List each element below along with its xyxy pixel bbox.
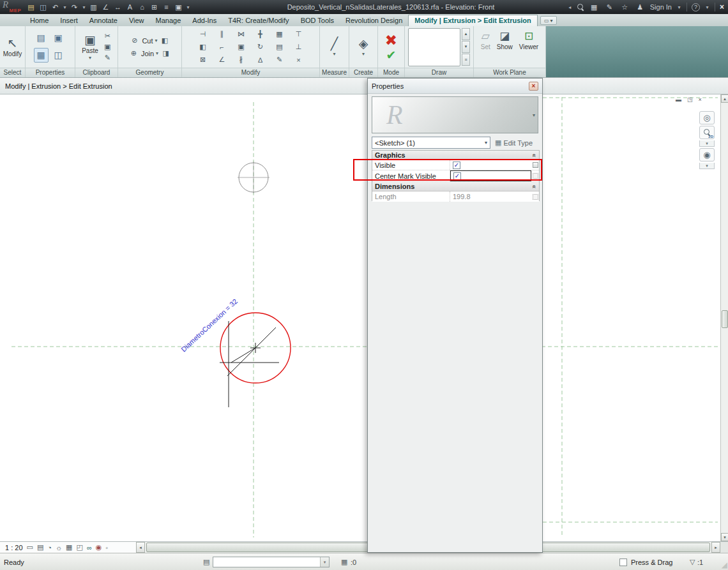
favorites-star-icon[interactable]: ☆ — [619, 2, 630, 13]
measure-icon[interactable]: ∠ — [100, 2, 111, 13]
sign-in-link[interactable]: Sign In — [650, 3, 672, 11]
tab-annotate[interactable]: Annotate — [84, 15, 123, 26]
view-close-icon[interactable]: × — [699, 96, 702, 103]
tab-revolution-design[interactable]: Revolution Design — [340, 15, 408, 26]
redo-icon[interactable]: ↷ — [69, 2, 80, 13]
pin-icon[interactable]: ⊤ — [293, 29, 304, 39]
search-icon[interactable] — [577, 4, 584, 11]
fillet-icon[interactable]: ∠ — [216, 55, 227, 64]
array-icon[interactable]: ▦ — [274, 29, 285, 39]
rotate-icon[interactable]: ↻ — [255, 42, 266, 52]
work-plane-viewer-button[interactable]: ⊡ Viewer — [517, 29, 540, 52]
measure-button[interactable]: ╱ ▾ — [329, 36, 340, 58]
create-dropdown-icon[interactable]: ▾ — [362, 51, 365, 57]
split-face-icon[interactable]: ◨ — [160, 49, 171, 58]
application-menu-button[interactable]: R MEP — [1, 1, 24, 13]
sketch-line-diagonal[interactable] — [227, 327, 276, 376]
scale-icon[interactable]: ∆ — [255, 55, 266, 64]
pan-tool-icon[interactable]: ◉ — [699, 148, 715, 161]
edit-type-button[interactable]: ▦ Edit Type — [494, 137, 540, 149]
redo-dropdown-icon[interactable]: ▾ — [81, 2, 87, 13]
selection-filter-icon[interactable]: ▽ — [690, 553, 695, 570]
tab-view[interactable]: View — [123, 15, 150, 26]
temporary-hide-isolate-icon[interactable]: ∞ — [87, 544, 92, 551]
worksets-icon[interactable]: ▤ — [203, 553, 209, 570]
family-category-icon[interactable]: ◫ — [51, 48, 66, 63]
cut-icon[interactable]: ✂ — [102, 31, 113, 41]
section-icon[interactable]: ⊞ — [149, 2, 160, 13]
associate-parameter-button[interactable] — [533, 173, 538, 179]
properties-palette-title-bar[interactable]: Properties × — [368, 79, 542, 94]
undo-icon[interactable]: ↶ — [50, 2, 61, 13]
gallery-up-icon[interactable]: ▴ — [462, 28, 470, 40]
tab-home[interactable]: Home — [24, 15, 54, 26]
view-scale-label[interactable]: 1 : 20 — [5, 544, 23, 551]
match-icon[interactable]: ✎ — [274, 55, 285, 64]
zoom-tool-icon[interactable]: 2D — [699, 126, 715, 139]
collapse-chevron-icon[interactable]: « — [531, 153, 538, 157]
paint-icon[interactable]: ◧ — [160, 36, 171, 45]
unpin-icon[interactable]: ⊥ — [293, 42, 304, 52]
scroll-up-icon[interactable]: ▴ — [721, 94, 728, 103]
gallery-expand-icon[interactable]: ≡ — [462, 54, 470, 66]
visible-checkbox[interactable]: ✓ — [453, 161, 460, 169]
join-geometry-button[interactable]: ⊕ Join ▾ ◨ — [128, 49, 171, 58]
resize-grip-icon[interactable]: ◢ — [722, 560, 727, 569]
property-row-visible[interactable]: Visible ✓ — [372, 160, 539, 170]
offset-icon[interactable]: ∥ — [216, 29, 227, 39]
show-work-plane-button[interactable]: ◪ Show — [495, 29, 515, 52]
trim-icon[interactable]: ⌐ — [216, 42, 227, 52]
center-mark-visible-checkbox[interactable]: ✓ — [453, 172, 461, 180]
undo-dropdown-icon[interactable]: ▾ — [62, 2, 68, 13]
close-window-icon[interactable]: × — [720, 3, 724, 11]
thin-lines-icon[interactable]: ≡ — [161, 2, 172, 13]
detail-level-icon[interactable]: ▤ — [37, 543, 43, 551]
open-icon[interactable]: ▤ — [26, 2, 36, 13]
communication-icon[interactable]: ✎ — [604, 2, 615, 13]
properties-toggle-icon[interactable]: ▦ — [34, 48, 49, 63]
scroll-right-icon[interactable]: ▸ — [711, 542, 720, 553]
show-crop-region-icon[interactable]: ◰ — [77, 543, 83, 551]
tab-insert[interactable]: Insert — [54, 15, 84, 26]
measure-dropdown-icon[interactable]: ▾ — [333, 51, 335, 57]
type-preview-combo[interactable]: R ▾ — [372, 96, 538, 133]
dimension-parameter-label[interactable]: DiametroConexion = 32 — [179, 297, 239, 354]
associate-parameter-button[interactable] — [533, 162, 538, 168]
design-options-icon[interactable]: ▦ — [341, 553, 347, 570]
press-drag-checkbox[interactable] — [619, 553, 630, 570]
type-selector-combo[interactable]: <Sketch> (1) ▾ — [372, 137, 490, 149]
shadows-icon[interactable]: ▦ — [66, 543, 72, 551]
ribbon-minimize-toggle[interactable]: ▭ ▾ — [540, 16, 557, 25]
zoom-dropdown-icon[interactable]: ▾ — [699, 140, 715, 147]
finish-edit-mode-icon[interactable]: ✔ — [386, 50, 397, 61]
paste-button[interactable]: ▣ Paste ▾ — [80, 33, 100, 62]
visual-style-icon[interactable]: ◔ — [47, 544, 52, 551]
aligned-dimension-icon[interactable]: ↔ — [112, 2, 123, 13]
paste-dropdown-icon[interactable]: ▾ — [89, 55, 91, 61]
save-icon[interactable]: ◫ — [38, 2, 49, 13]
tab-add-ins[interactable]: Add-Ins — [186, 15, 222, 26]
group-icon[interactable]: ▤ — [274, 42, 285, 52]
tab-manage[interactable]: Manage — [150, 15, 187, 26]
tab-modify-extrusion-edit-extrusion[interactable]: Modify | Extrusion > Edit Extrusion — [408, 15, 537, 26]
delete-icon[interactable]: × — [293, 55, 304, 64]
cut-dropdown-icon[interactable]: ▾ — [155, 38, 158, 43]
match-type-icon[interactable]: ✎ — [102, 53, 113, 63]
gallery-down-icon[interactable]: ▾ — [462, 41, 470, 53]
pan-dropdown-icon[interactable]: ▾ — [699, 163, 715, 169]
tab-bod-tools[interactable]: BOD Tools — [295, 15, 340, 26]
preview-dropdown-icon[interactable]: ▾ — [533, 112, 535, 118]
draw-gallery[interactable] — [408, 28, 460, 66]
scroll-down-icon[interactable]: ▾ — [721, 533, 728, 541]
cope-icon[interactable]: ⊠ — [197, 55, 208, 64]
align-icon[interactable]: ⊣ — [197, 29, 208, 39]
worksharing-display-icon[interactable]: ◦ — [105, 544, 108, 551]
palette-close-icon[interactable]: × — [529, 82, 538, 91]
copy-tool-icon[interactable]: ▣ — [236, 42, 246, 52]
scroll-left-icon[interactable]: ◂ — [136, 542, 145, 553]
crop-view-icon[interactable]: ▭ — [27, 543, 33, 551]
reveal-hidden-elements-icon[interactable]: ◉ — [96, 543, 102, 551]
type-selector-dropdown-icon[interactable]: ▾ — [485, 140, 487, 146]
sign-in-dropdown-icon[interactable]: ▾ — [676, 2, 682, 13]
qat-customize-icon[interactable]: ▾ — [185, 2, 191, 13]
